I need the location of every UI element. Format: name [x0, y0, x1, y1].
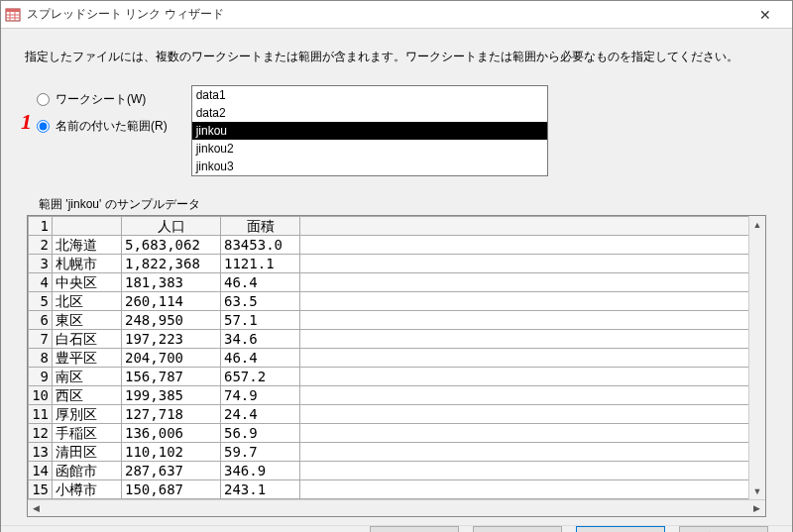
column-header: 人口: [122, 217, 221, 236]
radio-named-range[interactable]: 名前の付いた範囲(R): [37, 118, 168, 135]
table-row: 13清田区110,10259.7: [29, 443, 765, 462]
data-cell: 181,383: [122, 273, 221, 292]
data-cell: 白石区: [53, 330, 122, 349]
cancel-button[interactable]: キャンセル: [370, 526, 459, 532]
radio-worksheet[interactable]: ワークシート(W): [37, 91, 168, 108]
table-row: 12手稲区136,00656.9: [29, 424, 765, 443]
data-cell: 厚別区: [53, 405, 122, 424]
data-cell: 260,114: [122, 292, 221, 311]
annotation-1: 1: [21, 109, 32, 135]
rownum-cell: 7: [29, 330, 53, 349]
rownum-cell: 2: [29, 236, 53, 255]
table-row: 8豊平区204,70046.4: [29, 349, 765, 368]
filler-cell: [300, 273, 765, 292]
radio-group: ワークシート(W) 名前の付いた範囲(R): [37, 91, 168, 135]
table-row: 14函館市287,637346.9: [29, 462, 765, 480]
radio-worksheet-input[interactable]: [37, 93, 50, 106]
scroll-right-icon[interactable]: ▶: [748, 500, 765, 517]
filler-cell: [300, 386, 765, 405]
wizard-window: スプレッドシート リンク ウィザード ✕ 指定したファイルには、複数のワークシー…: [0, 0, 793, 532]
data-cell: 1121.1: [221, 255, 300, 273]
listbox-item[interactable]: jinkou3: [192, 158, 547, 175]
finish-button[interactable]: 完了(F): [679, 526, 768, 532]
data-cell: 東区: [53, 311, 122, 330]
data-cell: 657.2: [221, 368, 300, 386]
listbox-item[interactable]: data1: [192, 86, 547, 104]
data-cell: 204,700: [122, 349, 221, 368]
data-cell: 56.9: [221, 424, 300, 443]
data-cell: 清田区: [53, 443, 122, 462]
data-cell: 287,637: [122, 462, 221, 480]
rownum-cell: 4: [29, 273, 53, 292]
data-cell: 110,102: [122, 443, 221, 462]
table-row: 5北区260,11463.5: [29, 292, 765, 311]
rownum-cell: 10: [29, 386, 53, 405]
data-cell: 150,687: [122, 480, 221, 499]
selection-row: 1 2 ワークシート(W) 名前の付いた範囲(R) data1data2jink…: [25, 85, 768, 176]
radio-worksheet-label: ワークシート(W): [56, 91, 146, 108]
next-button[interactable]: 次へ(N) >: [576, 526, 665, 532]
data-cell: 札幌市: [53, 255, 122, 273]
data-cell: 127,718: [122, 405, 221, 424]
filler-cell: [300, 368, 765, 386]
filler-cell: [300, 462, 765, 480]
filler-cell: [300, 311, 765, 330]
content-area: 指定したファイルには、複数のワークシートまたは範囲が含まれます。ワークシートまた…: [1, 29, 792, 525]
horizontal-scrollbar[interactable]: ◀ ▶: [28, 499, 765, 516]
titlebar: スプレッドシート リンク ウィザード ✕: [1, 1, 792, 29]
filler-cell: [300, 405, 765, 424]
rownum-cell: 14: [29, 462, 53, 480]
data-cell: 5,683,062: [122, 236, 221, 255]
data-cell: 南区: [53, 368, 122, 386]
close-button[interactable]: ✕: [742, 1, 788, 29]
data-cell: 北区: [53, 292, 122, 311]
data-cell: 北海道: [53, 236, 122, 255]
scroll-up-icon[interactable]: ▲: [749, 216, 765, 233]
scroll-left-icon[interactable]: ◀: [28, 500, 45, 517]
data-cell: 西区: [53, 386, 122, 405]
sample-data-grid: 1人口面積2北海道5,683,06283453.03札幌市1,822,36811…: [27, 215, 766, 517]
rownum-cell: 12: [29, 424, 53, 443]
data-cell: 136,006: [122, 424, 221, 443]
data-cell: 243.1: [221, 480, 300, 499]
data-cell: 46.4: [221, 273, 300, 292]
filler-cell: [300, 443, 765, 462]
scroll-down-icon[interactable]: ▼: [749, 482, 765, 499]
button-bar: キャンセル < 戻る(B) 次へ(N) > 完了(F): [1, 525, 792, 532]
data-cell: 34.6: [221, 330, 300, 349]
table-row: 2北海道5,683,06283453.0: [29, 236, 765, 255]
filler-cell: [300, 349, 765, 368]
data-cell: 199,385: [122, 386, 221, 405]
data-cell: 346.9: [221, 462, 300, 480]
svg-rect-1: [6, 9, 20, 12]
rownum-cell: 15: [29, 480, 53, 499]
data-cell: 57.1: [221, 311, 300, 330]
data-cell: 手稲区: [53, 424, 122, 443]
table-row: 7白石区197,22334.6: [29, 330, 765, 349]
filler-cell: [300, 330, 765, 349]
vertical-scrollbar[interactable]: ▲ ▼: [748, 216, 765, 499]
data-cell: 函館市: [53, 462, 122, 480]
column-filler: [300, 217, 765, 236]
data-cell: 1,822,368: [122, 255, 221, 273]
table-row: 15小樽市150,687243.1: [29, 480, 765, 499]
rownum-cell: 11: [29, 405, 53, 424]
rownum-cell: 3: [29, 255, 53, 273]
rownum-cell: 5: [29, 292, 53, 311]
radio-named-range-input[interactable]: [37, 120, 50, 133]
listbox-item[interactable]: jinkou2: [192, 140, 547, 158]
table-row: 6東区248,95057.1: [29, 311, 765, 330]
data-cell: 156,787: [122, 368, 221, 386]
rownum-cell: 13: [29, 443, 53, 462]
range-listbox[interactable]: data1data2jinkoujinkou2jinkou3: [191, 85, 548, 176]
app-icon: [5, 7, 21, 23]
window-title: スプレッドシート リンク ウィザード: [27, 6, 742, 23]
filler-cell: [300, 424, 765, 443]
data-cell: 63.5: [221, 292, 300, 311]
filler-cell: [300, 292, 765, 311]
listbox-item[interactable]: jinkou: [192, 122, 547, 140]
data-cell: 24.4: [221, 405, 300, 424]
column-header: 面積: [221, 217, 300, 236]
rownum-cell: 8: [29, 349, 53, 368]
listbox-item[interactable]: data2: [192, 104, 547, 122]
